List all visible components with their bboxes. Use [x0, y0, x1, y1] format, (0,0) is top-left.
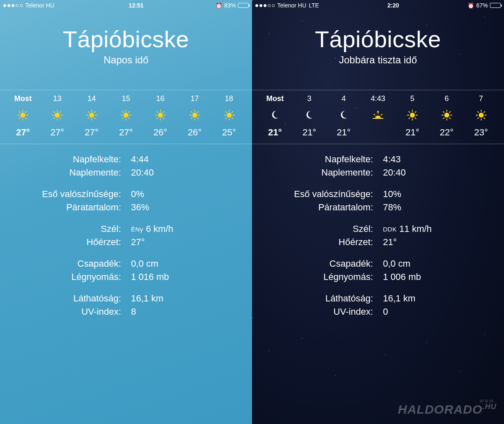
- hour-column[interactable]: 1527°: [109, 94, 143, 138]
- moon-icon: [304, 109, 314, 121]
- hour-temp: 21°: [268, 127, 282, 138]
- status-time: 2:20: [388, 2, 399, 9]
- hour-label: 14: [87, 94, 96, 103]
- hour-column[interactable]: Most21°: [258, 94, 292, 138]
- sunset-label: Naplemente:: [0, 167, 121, 178]
- hour-temp: 21°: [303, 127, 316, 138]
- battery-icon: [490, 3, 501, 8]
- hour-column[interactable]: 1825°: [212, 94, 246, 138]
- battery-icon: [238, 3, 249, 8]
- sun-icon: [17, 109, 28, 121]
- hour-label: 4: [342, 94, 346, 103]
- hour-column[interactable]: 723°: [464, 94, 498, 138]
- hour-column[interactable]: Most27°: [6, 94, 40, 138]
- city-name: Tápióbicske: [252, 26, 504, 53]
- alarm-icon: ⏰: [216, 3, 222, 8]
- feels-label: Hőérzet:: [0, 237, 121, 248]
- precip-value: 0,0 cm: [383, 258, 504, 269]
- sunrise-label: Napfelkelte:: [0, 154, 121, 165]
- precip-label: Csapadék:: [252, 258, 373, 269]
- hour-label: 16: [156, 94, 165, 103]
- status-bar: Telenor HU LTE 2:20 ⏰ 67%: [252, 0, 504, 10]
- hour-temp: 27°: [51, 127, 64, 138]
- pressure-value: 1 006 mb: [383, 272, 504, 282]
- humidity-label: Páratartalom:: [252, 202, 373, 213]
- carrier-label: Telenor HU: [25, 2, 54, 9]
- visibility-label: Láthatóság:: [252, 293, 373, 304]
- city-name: Tápióbicske: [0, 26, 252, 53]
- rain-value: 10%: [383, 189, 504, 200]
- hour-column[interactable]: 1327°: [40, 94, 75, 138]
- hour-column[interactable]: 1726°: [177, 94, 212, 138]
- hour-label: Most: [266, 94, 284, 103]
- uv-label: UV-index:: [0, 306, 121, 317]
- sunset-value: 20:40: [383, 167, 504, 178]
- sun-icon: [155, 109, 166, 121]
- rain-label: Eső valószínűsége:: [252, 189, 373, 200]
- alarm-icon: ⏰: [468, 3, 474, 8]
- hour-label: 13: [53, 94, 61, 103]
- hour-temp: 21°: [405, 127, 419, 138]
- sun-icon: [476, 109, 487, 121]
- hour-column[interactable]: 622°: [429, 94, 464, 138]
- weather-panel-day: Telenor HU 12:51 ⏰ 83% Tápióbicske Napos…: [0, 0, 252, 424]
- humidity-label: Páratartalom:: [0, 202, 121, 213]
- status-time: 12:51: [129, 2, 144, 9]
- wind-label: Szél:: [252, 224, 373, 234]
- precip-label: Csapadék:: [0, 258, 121, 269]
- signal-dots-icon: [255, 4, 275, 7]
- details-grid: Napfelkelte: 4:43 Naplemente: 20:40 Eső …: [252, 154, 504, 317]
- sun-icon: [86, 109, 97, 121]
- hour-label: 4:43: [371, 94, 385, 103]
- hour-temp: 26°: [188, 127, 201, 138]
- sun-icon: [407, 109, 418, 121]
- sun-icon: [224, 109, 235, 121]
- hour-temp: 27°: [119, 127, 133, 138]
- hour-label: 3: [307, 94, 311, 103]
- uv-value: 8: [131, 306, 252, 317]
- hour-temp: 21°: [337, 127, 351, 138]
- hourly-forecast[interactable]: Most21°321°421°4:43521°622°723°: [252, 90, 504, 144]
- hourly-forecast[interactable]: Most27°1327°1427°1527°1626°1726°1825°: [0, 90, 252, 144]
- status-bar: Telenor HU 12:51 ⏰ 83%: [0, 0, 252, 10]
- condition-text: Jobbára tiszta idő: [252, 54, 504, 66]
- hour-temp: 27°: [85, 127, 99, 138]
- wind-value: DDK 11 km/h: [383, 224, 504, 234]
- hour-temp: 27°: [16, 127, 30, 138]
- hour-temp: 25°: [222, 127, 236, 138]
- sunrise-label: Napfelkelte:: [252, 154, 373, 165]
- sunset-label: Naplemente:: [252, 167, 373, 178]
- wind-label: Szél:: [0, 224, 121, 234]
- hour-column[interactable]: 1626°: [143, 94, 177, 138]
- sun-icon: [189, 109, 200, 121]
- wind-value: ÉNy 6 km/h: [131, 224, 252, 234]
- humidity-value: 78%: [383, 202, 504, 213]
- feels-label: Hőérzet:: [252, 237, 373, 248]
- feels-value: 21°: [383, 237, 504, 248]
- feels-value: 27°: [131, 237, 252, 248]
- hour-label: 15: [122, 94, 130, 103]
- hour-column[interactable]: 4:43: [361, 94, 395, 138]
- humidity-value: 36%: [131, 202, 252, 213]
- hour-temp: 26°: [153, 127, 167, 138]
- rain-value: 0%: [131, 189, 252, 200]
- hour-label: 5: [410, 94, 414, 103]
- watermark: www. HALDORADO.HU: [398, 399, 497, 415]
- precip-value: 0,0 cm: [131, 258, 252, 269]
- signal-dots-icon: [3, 4, 23, 7]
- hour-label: 18: [225, 94, 233, 103]
- uv-label: UV-index:: [252, 306, 373, 317]
- visibility-value: 16,1 km: [383, 293, 504, 304]
- hour-column[interactable]: 1427°: [75, 94, 109, 138]
- visibility-value: 16,1 km: [131, 293, 252, 304]
- network-label: LTE: [309, 2, 319, 9]
- hour-label: Most: [14, 94, 32, 103]
- hour-column[interactable]: 521°: [395, 94, 429, 138]
- hour-temp: 23°: [474, 127, 488, 138]
- sun-icon: [121, 109, 131, 121]
- hour-temp: 22°: [440, 127, 453, 138]
- rain-label: Eső valószínűsége:: [0, 189, 121, 200]
- moon-icon: [270, 109, 280, 121]
- hour-column[interactable]: 321°: [292, 94, 327, 138]
- hour-column[interactable]: 421°: [327, 94, 361, 138]
